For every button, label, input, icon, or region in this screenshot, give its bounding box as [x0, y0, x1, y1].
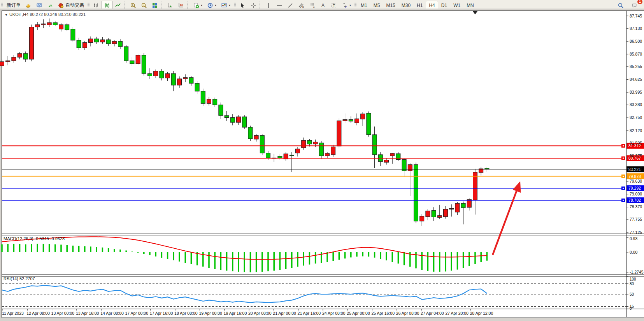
- hline-handle-dot: [623, 157, 624, 159]
- candle: [325, 154, 330, 156]
- candle: [160, 71, 164, 78]
- candle: [367, 113, 371, 134]
- chevron-down-icon: ▾: [349, 3, 351, 7]
- chart-canvas[interactable]: 81.37280.76780.22179.87879.29278.70287.7…: [0, 9, 644, 321]
- candle: [444, 209, 448, 216]
- candle: [307, 140, 312, 144]
- toolbar-grip[interactable]: [1, 2, 3, 9]
- candle: [461, 203, 465, 208]
- price-tick-label: 84.625: [630, 77, 642, 82]
- time-tick-label: 27 Apr 20:00: [445, 311, 469, 316]
- hline-handle-dot: [623, 200, 624, 201]
- candle: [53, 23, 57, 25]
- price-tick-label: 87.745: [630, 14, 642, 18]
- tf-label: M30: [402, 3, 411, 8]
- candle: [213, 99, 217, 105]
- candle: [408, 165, 412, 171]
- rsi-tick-label: 100: [630, 277, 636, 281]
- candle: [349, 120, 353, 121]
- time-tick-label: 27 Apr 04:00: [421, 311, 444, 316]
- candle: [319, 143, 323, 156]
- candle: [71, 29, 75, 40]
- candle: [77, 40, 81, 48]
- tf-label: H4: [429, 3, 435, 8]
- price-tick-label: 79.630: [630, 179, 642, 183]
- symbol-ohlc-text: UKOil-,H4 80.272 80.346 80.210 80.221: [9, 12, 86, 17]
- gold-nugget-icon: [25, 2, 32, 9]
- candle: [106, 40, 111, 44]
- time-tick-label: 14 Apr 08:00: [100, 311, 124, 316]
- time-tick-label: 25 Apr 16:00: [372, 311, 395, 316]
- zoom-out-icon: [141, 2, 147, 9]
- candle: [420, 216, 424, 221]
- svg-text:T: T: [333, 3, 335, 7]
- vertical-line-icon: [265, 2, 272, 9]
- toolbar-grip[interactable]: [234, 2, 236, 9]
- toolbar-grip[interactable]: [354, 2, 356, 9]
- text-label-icon: T: [331, 2, 337, 9]
- time-tick-label: 21 Apr 00:00: [273, 311, 296, 316]
- hline-handle-dot: [623, 188, 624, 189]
- candle: [23, 54, 28, 59]
- price-tag-label: 79.878: [628, 174, 641, 179]
- price-tick-label: 79.000: [630, 192, 642, 196]
- chart-shift-icon: [178, 2, 184, 9]
- price-tick-label: 83.380: [630, 102, 642, 107]
- svg-text:A: A: [321, 3, 325, 8]
- price-tick-label: 86.500: [630, 39, 642, 44]
- toolbar-grip[interactable]: [88, 2, 89, 9]
- candle: [402, 160, 406, 171]
- auto-trading-label: 自动交易: [65, 2, 84, 9]
- candle: [12, 57, 16, 61]
- tf-label: M1: [361, 3, 367, 8]
- price-tick-label: 82.120: [630, 128, 642, 133]
- candle: [437, 216, 442, 218]
- candle: [165, 73, 170, 78]
- candle: [278, 156, 282, 158]
- candle: [230, 117, 235, 122]
- candle: [254, 136, 258, 139]
- candle: [225, 115, 229, 117]
- mt4-window: 新订单: [0, 0, 644, 321]
- candle: [331, 147, 335, 155]
- time-tick-label: 17 Apr 16:00: [150, 311, 173, 316]
- chart-background: [2, 10, 644, 318]
- candle: [41, 24, 46, 24]
- tile-windows-icon: [152, 2, 158, 9]
- new-order-label: 新订单: [7, 2, 21, 9]
- candle: [171, 73, 175, 85]
- candle: [148, 73, 152, 76]
- hline-handle-dot: [623, 145, 624, 147]
- candle: [414, 165, 418, 221]
- search-icon: [618, 2, 624, 9]
- line-chart-icon: [115, 2, 121, 9]
- macd-tick-label: 0.93: [630, 236, 638, 241]
- price-tick-label: 81.505: [630, 141, 642, 145]
- tf-label: M15: [386, 3, 395, 8]
- candle: [95, 39, 99, 42]
- tf-label: M5: [374, 3, 380, 8]
- rsi-tick-label: 80: [630, 282, 634, 286]
- price-tag-label: 79.292: [628, 186, 641, 190]
- candle: [118, 41, 123, 47]
- rsi-indicator-label: RSI(14) 52.2707: [4, 276, 35, 281]
- candle: [361, 114, 365, 119]
- time-tick-label: 25 Apr 00:00: [347, 311, 370, 316]
- candle: [207, 99, 211, 103]
- candle: [219, 105, 223, 115]
- time-tick-label: 13 Apr 00:00: [51, 311, 75, 316]
- candle: [467, 199, 471, 207]
- tf-label: W1: [453, 3, 460, 8]
- price-tick-label: 80.875: [630, 154, 642, 158]
- candle: [100, 40, 105, 42]
- time-tick-label: 19 Apr 16:00: [224, 311, 247, 316]
- rsi-tick-label: 50: [630, 292, 634, 297]
- candle: [260, 136, 264, 153]
- candle: [47, 23, 51, 25]
- time-tick-label: 28 Apr 12:00: [470, 311, 493, 316]
- candle: [372, 135, 377, 155]
- horizontal-line-icon: [276, 2, 283, 9]
- time-tick-label: 17 Apr 00:00: [125, 311, 149, 316]
- time-tick-label: 20 Apr 08:00: [248, 311, 272, 316]
- candle: [0, 62, 4, 66]
